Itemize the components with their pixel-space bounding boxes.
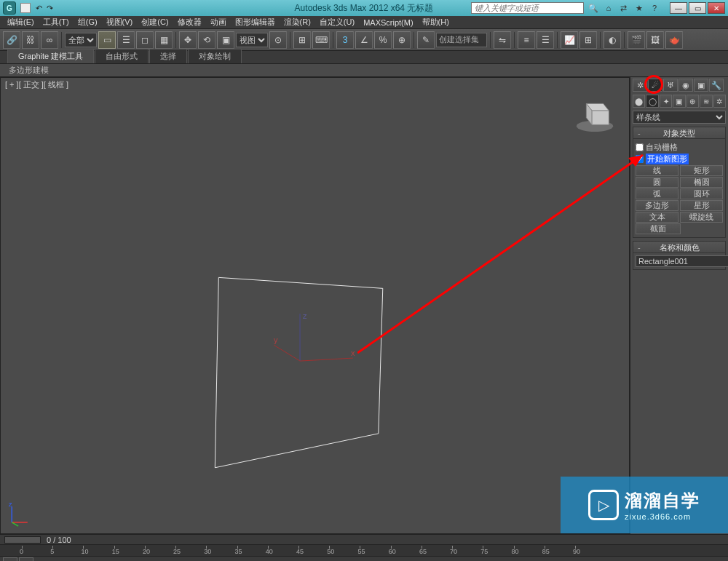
unlink-icon[interactable]: ⛓ xyxy=(22,31,39,49)
menu-grapheditors[interactable]: 图形编辑器 xyxy=(231,16,280,28)
menu-maxscript[interactable]: MAXScript(M) xyxy=(359,17,417,28)
btn-donut[interactable]: 圆环 xyxy=(680,188,723,199)
rollout-objtype-header[interactable]: 对象类型 xyxy=(633,127,725,139)
tab-freeform[interactable]: 自由形式 xyxy=(95,49,149,63)
selection-filter-select[interactable]: 全部 xyxy=(65,33,97,47)
btn-ellipse[interactable]: 椭圆 xyxy=(680,177,723,188)
mirror-icon[interactable]: ⇋ xyxy=(494,31,511,49)
btn-ngon[interactable]: 多边形 xyxy=(636,200,678,211)
qat-redo-icon[interactable]: ↷ xyxy=(47,4,53,13)
select-object-icon[interactable]: ▭ xyxy=(98,31,116,49)
panel-create-icon[interactable]: ✲ xyxy=(633,79,647,92)
btn-star[interactable]: 星形 xyxy=(680,200,723,211)
menu-edit[interactable]: 编辑(E) xyxy=(3,16,39,28)
btn-helix[interactable]: 螺旋线 xyxy=(680,212,723,223)
select-name-icon[interactable]: ☰ xyxy=(117,31,135,49)
panel-hierarchy-icon[interactable]: ♅ xyxy=(663,79,678,92)
cat-shapes-icon[interactable]: ◯ xyxy=(646,95,658,108)
menu-help[interactable]: 帮助(H) xyxy=(418,16,454,28)
object-name-input[interactable] xyxy=(636,255,728,267)
menu-rendering[interactable]: 渲染(R) xyxy=(280,16,315,28)
rollout-namecolor-header[interactable]: 名称和颜色 xyxy=(633,242,725,253)
menu-modifiers[interactable]: 修改器 xyxy=(173,16,206,28)
named-selset-input[interactable] xyxy=(436,33,487,47)
startshape-checkbox[interactable] xyxy=(636,155,644,163)
move-icon[interactable]: ✥ xyxy=(179,31,197,49)
menu-tools[interactable]: 工具(T) xyxy=(39,16,74,28)
create-category-tabs: ⬤ ◯ ✦ ▣ ⊕ ≋ ✲ xyxy=(630,93,728,109)
render-setup-icon[interactable]: 🎬 xyxy=(628,31,645,49)
render-icon[interactable]: 🫖 xyxy=(665,31,683,49)
minimize-button[interactable]: — xyxy=(670,2,687,14)
schematic-icon[interactable]: ⊞ xyxy=(579,31,597,49)
menu-create[interactable]: 创建(C) xyxy=(137,16,173,28)
exchange-icon[interactable]: ⇄ xyxy=(619,3,629,13)
panel-utilities-icon[interactable]: 🔧 xyxy=(709,79,724,92)
search-icon[interactable]: 🔍 xyxy=(588,3,598,13)
help-search-input[interactable] xyxy=(471,2,584,14)
cat-geometry-icon[interactable]: ⬤ xyxy=(633,95,645,108)
tab-graphite[interactable]: Graphite 建模工具 xyxy=(7,49,94,63)
btn-rectangle[interactable]: 矩形 xyxy=(680,165,723,176)
panel-display-icon[interactable]: ▣ xyxy=(694,79,708,92)
edit-selset-icon[interactable]: ✎ xyxy=(417,31,435,49)
select-region-icon[interactable]: ◻ xyxy=(136,31,154,49)
favorite-icon[interactable]: ★ xyxy=(634,3,644,13)
close-button[interactable]: ✕ xyxy=(708,2,725,14)
link-icon[interactable]: 🔗 xyxy=(3,31,20,49)
btn-line[interactable]: 线 xyxy=(636,165,678,176)
cat-lights-icon[interactable]: ✦ xyxy=(660,95,672,108)
qat-undo-icon[interactable]: ↶ xyxy=(36,4,42,13)
svg-marker-12 xyxy=(592,111,609,124)
btn-arc[interactable]: 弧 xyxy=(636,188,678,199)
ref-coord-select[interactable]: 视图 xyxy=(236,33,268,47)
shape-category-select[interactable]: 样条线 xyxy=(633,111,726,124)
pivot-icon[interactable]: ⊙ xyxy=(269,31,287,49)
panel-modify-icon[interactable]: ☄ xyxy=(648,79,662,92)
viewport-perspective[interactable]: [ + ][ 正交 ][ 线框 ] z x y z xyxy=(0,77,630,534)
menu-customize[interactable]: 自定义(U) xyxy=(315,16,359,28)
btn-section[interactable]: 截面 xyxy=(636,223,681,234)
mini-curve-editor-icon[interactable] xyxy=(3,557,17,562)
cat-helpers-icon[interactable]: ⊕ xyxy=(687,95,699,108)
menu-view[interactable]: 视图(V) xyxy=(102,16,138,28)
tab-selection[interactable]: 选择 xyxy=(149,49,187,63)
scale-icon[interactable]: ▣ xyxy=(217,31,234,49)
cat-cameras-icon[interactable]: ▣ xyxy=(673,95,685,108)
rotate-icon[interactable]: ⟲ xyxy=(198,31,215,49)
material-editor-icon[interactable]: ◐ xyxy=(604,31,621,49)
app-logo-icon[interactable]: G xyxy=(3,1,16,15)
trackbar[interactable]: 0 / 100 xyxy=(0,534,728,544)
window-crossing-icon[interactable]: ▦ xyxy=(155,31,173,49)
subscription-icon[interactable]: ⌂ xyxy=(604,3,614,13)
menu-group[interactable]: 组(G) xyxy=(74,16,102,28)
bind-icon[interactable]: ∞ xyxy=(41,31,58,49)
cat-systems-icon[interactable]: ✲ xyxy=(713,95,726,108)
percent-snap-icon[interactable]: % xyxy=(374,31,392,49)
frame-readout: 0 / 100 xyxy=(47,536,71,544)
timeline-filter-icon[interactable] xyxy=(19,557,33,562)
tab-objectpaint[interactable]: 对象绘制 xyxy=(188,49,242,63)
panel-motion-icon[interactable]: ◉ xyxy=(678,79,693,92)
maximize-button[interactable]: ▭ xyxy=(689,2,706,14)
manipulate-icon[interactable]: ⊞ xyxy=(293,31,311,49)
angle-snap-icon[interactable]: ∠ xyxy=(355,31,373,49)
curve-editor-icon[interactable]: 📈 xyxy=(561,31,578,49)
render-frame-icon[interactable]: 🖼 xyxy=(646,31,664,49)
help-icon[interactable]: ? xyxy=(649,3,660,13)
btn-text[interactable]: 文本 xyxy=(636,212,678,223)
autogrid-checkbox[interactable] xyxy=(636,143,644,151)
ribbon-polymodel-label[interactable]: 多边形建模 xyxy=(9,65,49,76)
menu-animation[interactable]: 动画 xyxy=(206,16,231,28)
keyboard-shortcut-icon[interactable]: ⌨ xyxy=(312,31,330,49)
layers-icon[interactable]: ☰ xyxy=(537,31,554,49)
btn-circle[interactable]: 圆 xyxy=(636,177,678,188)
spinner-snap-icon[interactable]: ⊕ xyxy=(393,31,411,49)
timeline-ruler[interactable]: 051015202530354045505560657075808590 xyxy=(0,544,728,556)
cat-spacewarps-icon[interactable]: ≋ xyxy=(700,95,712,108)
align-icon[interactable]: ≡ xyxy=(518,31,535,49)
snap-toggle-icon[interactable]: 3 xyxy=(336,31,354,49)
time-slider[interactable] xyxy=(4,536,41,544)
doc-icon[interactable] xyxy=(20,3,31,13)
viewcube-icon[interactable] xyxy=(574,91,616,133)
